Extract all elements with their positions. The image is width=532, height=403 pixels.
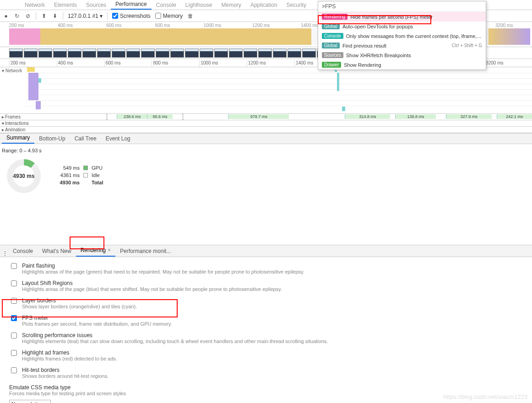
filmstrip-thumb[interactable]: [141, 48, 155, 58]
filmstrip-thumb[interactable]: [9, 48, 23, 58]
subtab-eventlog[interactable]: Event Log: [101, 134, 135, 144]
interactions-track[interactable]: ▾ Interactions: [0, 120, 532, 127]
axis-tick: 3200 ms: [484, 60, 532, 67]
subtab-calltree[interactable]: Call Tree: [70, 134, 101, 144]
cmd-shortcut: Ctrl + Shift + G: [452, 43, 482, 48]
cmd-row[interactable]: GlobalFind previous resultCtrl + Shift +…: [318, 41, 486, 50]
cmd-text: Show XHR/fetch Breakpoints: [346, 53, 482, 58]
idle-swatch: [83, 173, 88, 177]
filmstrip-thumb[interactable]: [38, 48, 52, 58]
cmd-row[interactable]: ConsoleOnly show messages from the curre…: [318, 31, 486, 41]
clear-icon[interactable]: ⊘: [25, 13, 31, 19]
rendering-option-ads: Highlight ad framesHighlights frames (re…: [9, 349, 523, 361]
command-input[interactable]: >FPS: [318, 1, 486, 12]
filmstrip-thumb[interactable]: [258, 48, 272, 58]
interactions-label[interactable]: ▾ Interactions: [0, 121, 26, 126]
tab-security[interactable]: Security: [282, 0, 311, 10]
overview-tick: 600 ms: [106, 23, 155, 28]
details-tabs: Summary Bottom-Up Call Tree Event Log: [0, 133, 532, 144]
summary-donut: 4930 ms: [5, 158, 42, 194]
frame-segment[interactable]: 979.7 ms: [228, 114, 289, 119]
flame-chart[interactable]: ▾ Network: [0, 67, 532, 114]
drawer-tab-perfmon[interactable]: Performance monit...: [115, 246, 175, 257]
save-icon[interactable]: ⬇: [52, 13, 58, 19]
option-desc: Shows layer borders (orange/olive) and t…: [22, 304, 137, 309]
close-icon[interactable]: ×: [108, 247, 111, 253]
frames-track[interactable]: ▸ Frames 238.6 ms95.6 ms979.7 ms314.8 ms…: [0, 114, 532, 120]
cmd-badge: Console: [322, 33, 343, 39]
reload-icon[interactable]: ↻: [14, 13, 20, 19]
filmstrip-thumb[interactable]: [112, 48, 125, 58]
option-checkbox-layout[interactable]: [11, 280, 17, 286]
filmstrip-thumb[interactable]: [82, 48, 96, 58]
network-track-label[interactable]: ▾ Network: [0, 67, 26, 113]
drawer: ⋮ Console What's New Rendering× Performa…: [0, 245, 532, 403]
filmstrip-thumb[interactable]: [244, 48, 257, 58]
filmstrip-thumb[interactable]: [68, 48, 81, 58]
filmstrip-thumb[interactable]: [288, 48, 301, 58]
watermark: https://blog.csdn.net/xiaozr1223: [443, 393, 527, 400]
gpu-swatch: [83, 166, 88, 170]
tab-performance[interactable]: Performance: [111, 0, 152, 10]
cmd-badge: Drawer: [322, 62, 341, 68]
tab-console[interactable]: Console: [152, 0, 181, 10]
trash-icon[interactable]: 🗑: [187, 13, 194, 19]
filmstrip-thumb[interactable]: [126, 48, 140, 58]
frame-segment[interactable]: 242.1 ms: [497, 114, 532, 119]
frame-segment[interactable]: 139.8 ms: [395, 114, 435, 119]
overview-tick: 1000 ms: [204, 23, 252, 28]
option-desc: Highlights areas of the page (green) tha…: [22, 269, 304, 274]
filmstrip-thumb[interactable]: [170, 48, 184, 58]
cmd-row[interactable]: RenderingHide frames per second (FPS) me…: [318, 12, 486, 21]
subtab-bottomup[interactable]: Bottom-Up: [34, 134, 70, 144]
option-checkbox-paint[interactable]: [11, 263, 17, 269]
filmstrip-thumb[interactable]: [156, 48, 169, 58]
filmstrip-thumb[interactable]: [229, 48, 243, 58]
filmstrip-thumb[interactable]: [302, 48, 316, 58]
option-checkbox-hittest[interactable]: [11, 367, 17, 373]
filmstrip-thumb[interactable]: [185, 48, 199, 58]
drawer-menu-icon[interactable]: ⋮: [2, 250, 8, 257]
drawer-tab-rendering[interactable]: Rendering×: [76, 245, 115, 257]
load-icon[interactable]: ⬆: [41, 13, 47, 19]
frame-segment[interactable]: 314.8 ms: [345, 114, 391, 119]
option-checkbox-scrolling[interactable]: [11, 333, 17, 339]
target-dropdown[interactable]: 127.0.0.1 #1 ▾: [68, 13, 103, 19]
filmstrip-thumb[interactable]: [273, 48, 287, 58]
frames-label[interactable]: ▸ Frames: [0, 114, 26, 119]
cmd-row[interactable]: DrawerShow Rendering: [318, 60, 486, 70]
tab-lighthouse[interactable]: Lighthouse: [181, 0, 217, 10]
rendering-option-layer: Layer bordersShows layer borders (orange…: [9, 297, 523, 309]
rendering-option-fps: FPS meterPlots frames per second, frame …: [9, 315, 523, 327]
option-checkbox-ads[interactable]: [11, 350, 17, 356]
filmstrip-thumb[interactable]: [97, 48, 111, 58]
tab-network[interactable]: Network: [20, 0, 49, 10]
filmstrip-thumb[interactable]: [214, 48, 228, 58]
animation-label[interactable]: ▸ Animation: [0, 127, 26, 132]
record-icon[interactable]: ●: [3, 13, 9, 19]
cmd-row[interactable]: SourcesShow XHR/fetch Breakpoints: [318, 50, 486, 60]
frame-segment[interactable]: 238.6 ms: [117, 114, 147, 119]
option-checkbox-layer[interactable]: [11, 298, 17, 304]
tab-memory[interactable]: Memory: [217, 0, 246, 10]
frame-segment[interactable]: 95.6 ms: [147, 114, 172, 119]
filmstrip-thumb[interactable]: [24, 48, 38, 58]
drawer-tab-console[interactable]: Console: [8, 246, 38, 257]
filmstrip-thumb[interactable]: [53, 48, 67, 58]
frame-segment[interactable]: 327.9 ms: [446, 114, 492, 119]
animation-track[interactable]: ▸ Animation: [0, 127, 532, 133]
emulate-media-select[interactable]: No emulation ▾: [9, 400, 51, 403]
tab-sources[interactable]: Sources: [81, 0, 111, 10]
cmd-row[interactable]: GlobalAuto-open DevTools for popups: [318, 21, 486, 31]
option-checkbox-fps[interactable]: [11, 315, 17, 321]
axis-tick: 200 ms: [9, 60, 57, 67]
tab-elements[interactable]: Elements: [49, 0, 81, 10]
screenshots-toggle[interactable]: Screenshots: [112, 13, 151, 19]
drawer-tab-whatsnew[interactable]: What's New: [38, 246, 76, 257]
filmstrip-thumb[interactable]: [200, 48, 213, 58]
overview-tick: 3200 ms: [495, 23, 532, 28]
memory-toggle[interactable]: Memory: [155, 13, 183, 19]
subtab-summary[interactable]: Summary: [2, 133, 34, 144]
tab-application[interactable]: Application: [246, 0, 282, 10]
range-text: Range: 0 – 4.93 s: [2, 148, 530, 153]
